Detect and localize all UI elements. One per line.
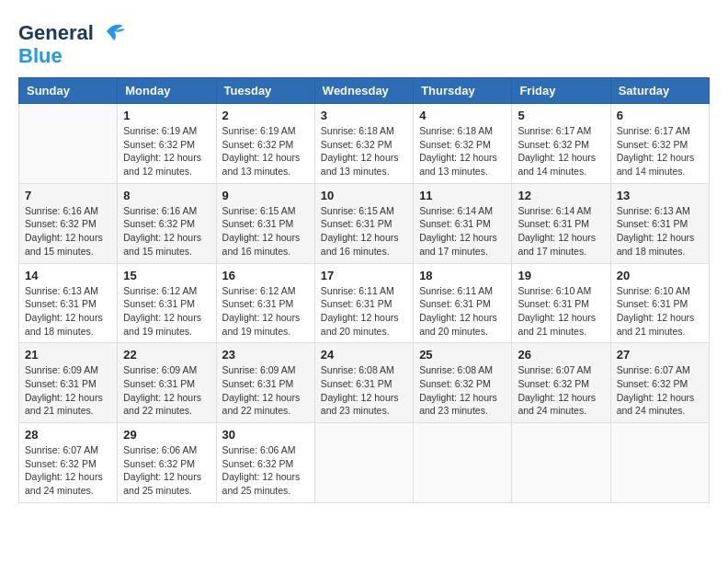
- calendar-header-monday: Monday: [118, 78, 216, 104]
- day-number: 24: [321, 348, 407, 362]
- daylight-text: Daylight: 12 hours and 15 minutes.: [123, 232, 201, 257]
- day-info: Sunrise: 6:10 AM Sunset: 6:31 PM Dayligh…: [518, 284, 604, 339]
- calendar-cell: 29 Sunrise: 6:06 AM Sunset: 6:32 PM Dayl…: [118, 423, 216, 503]
- sunrise-text: Sunrise: 6:08 AM: [321, 364, 394, 375]
- calendar-cell: [512, 423, 610, 503]
- day-info: Sunrise: 6:10 AM Sunset: 6:31 PM Dayligh…: [617, 284, 703, 339]
- daylight-text: Daylight: 12 hours and 17 minutes.: [419, 232, 497, 257]
- sunset-text: Sunset: 6:31 PM: [25, 378, 97, 389]
- sunrise-text: Sunrise: 6:06 AM: [222, 444, 296, 455]
- calendar-cell: 30 Sunrise: 6:06 AM Sunset: 6:32 PM Dayl…: [216, 423, 314, 503]
- sunrise-text: Sunrise: 6:09 AM: [123, 364, 197, 375]
- calendar-cell: [610, 423, 709, 503]
- day-info: Sunrise: 6:13 AM Sunset: 6:31 PM Dayligh…: [617, 204, 703, 259]
- daylight-text: Daylight: 12 hours and 20 minutes.: [419, 312, 497, 337]
- day-number: 11: [419, 189, 506, 202]
- day-number: 16: [222, 269, 309, 282]
- calendar-cell: 24 Sunrise: 6:08 AM Sunset: 6:31 PM Dayl…: [314, 343, 413, 423]
- calendar-cell: 25 Sunrise: 6:08 AM Sunset: 6:32 PM Dayl…: [414, 343, 512, 423]
- sunset-text: Sunset: 6:31 PM: [518, 218, 589, 229]
- day-number: 10: [321, 189, 407, 202]
- daylight-text: Daylight: 12 hours and 17 minutes.: [518, 232, 596, 257]
- daylight-text: Daylight: 12 hours and 13 minutes.: [222, 152, 301, 177]
- day-info: Sunrise: 6:19 AM Sunset: 6:32 PM Dayligh…: [123, 124, 210, 178]
- daylight-text: Daylight: 12 hours and 14 minutes.: [518, 152, 596, 177]
- daylight-text: Daylight: 12 hours and 18 minutes.: [617, 232, 695, 257]
- sunset-text: Sunset: 6:31 PM: [25, 298, 97, 309]
- calendar-cell: 26 Sunrise: 6:07 AM Sunset: 6:32 PM Dayl…: [512, 343, 610, 423]
- calendar-cell: 6 Sunrise: 6:17 AM Sunset: 6:32 PM Dayli…: [610, 104, 709, 184]
- calendar-cell: 13 Sunrise: 6:13 AM Sunset: 6:31 PM Dayl…: [610, 183, 709, 263]
- sunset-text: Sunset: 6:32 PM: [617, 139, 688, 150]
- daylight-text: Daylight: 12 hours and 13 minutes.: [419, 152, 497, 177]
- sunset-text: Sunset: 6:31 PM: [419, 298, 491, 309]
- day-info: Sunrise: 6:16 AM Sunset: 6:32 PM Dayligh…: [123, 204, 210, 259]
- calendar-header-wednesday: Wednesday: [314, 78, 413, 104]
- calendar-cell: 12 Sunrise: 6:14 AM Sunset: 6:31 PM Dayl…: [512, 183, 610, 263]
- daylight-text: Daylight: 12 hours and 23 minutes.: [419, 392, 497, 417]
- sunset-text: Sunset: 6:32 PM: [419, 378, 491, 389]
- sunrise-text: Sunrise: 6:11 AM: [419, 285, 493, 296]
- sunrise-text: Sunrise: 6:15 AM: [321, 205, 394, 216]
- day-number: 14: [25, 269, 111, 282]
- sunrise-text: Sunrise: 6:17 AM: [617, 125, 690, 136]
- sunrise-text: Sunrise: 6:12 AM: [222, 285, 296, 296]
- day-number: 27: [617, 348, 703, 362]
- day-info: Sunrise: 6:14 AM Sunset: 6:31 PM Dayligh…: [518, 204, 604, 259]
- calendar-week-row: 7 Sunrise: 6:16 AM Sunset: 6:32 PM Dayli…: [19, 183, 710, 263]
- sunset-text: Sunset: 6:32 PM: [123, 139, 195, 150]
- sunset-text: Sunset: 6:31 PM: [321, 298, 392, 309]
- daylight-text: Daylight: 12 hours and 21 minutes.: [518, 312, 596, 337]
- day-number: 5: [518, 109, 604, 122]
- sunrise-text: Sunrise: 6:19 AM: [222, 125, 296, 136]
- daylight-text: Daylight: 12 hours and 20 minutes.: [321, 312, 399, 337]
- calendar-header-row: SundayMondayTuesdayWednesdayThursdayFrid…: [19, 78, 710, 104]
- day-number: 18: [419, 269, 506, 282]
- sunset-text: Sunset: 6:31 PM: [321, 378, 392, 389]
- daylight-text: Daylight: 12 hours and 21 minutes.: [25, 392, 103, 417]
- calendar-cell: 15 Sunrise: 6:12 AM Sunset: 6:31 PM Dayl…: [118, 263, 216, 343]
- sunset-text: Sunset: 6:31 PM: [617, 218, 688, 229]
- calendar-header-thursday: Thursday: [414, 78, 512, 104]
- daylight-text: Daylight: 12 hours and 16 minutes.: [222, 232, 301, 257]
- day-info: Sunrise: 6:06 AM Sunset: 6:32 PM Dayligh…: [123, 443, 210, 498]
- sunrise-text: Sunrise: 6:16 AM: [25, 205, 98, 216]
- day-number: 19: [518, 269, 604, 282]
- day-number: 4: [419, 109, 506, 122]
- day-info: Sunrise: 6:09 AM Sunset: 6:31 PM Dayligh…: [222, 363, 309, 418]
- daylight-text: Daylight: 12 hours and 18 minutes.: [25, 312, 103, 337]
- logo: General Blue: [18, 18, 125, 68]
- sunrise-text: Sunrise: 6:09 AM: [25, 364, 98, 375]
- sunrise-text: Sunrise: 6:10 AM: [518, 285, 591, 296]
- sunset-text: Sunset: 6:31 PM: [123, 378, 195, 389]
- calendar-cell: 28 Sunrise: 6:07 AM Sunset: 6:32 PM Dayl…: [19, 423, 118, 503]
- daylight-text: Daylight: 12 hours and 22 minutes.: [222, 392, 301, 417]
- daylight-text: Daylight: 12 hours and 24 minutes.: [518, 392, 596, 417]
- calendar-cell: 9 Sunrise: 6:15 AM Sunset: 6:31 PM Dayli…: [216, 183, 314, 263]
- sunrise-text: Sunrise: 6:18 AM: [321, 125, 394, 136]
- day-number: 28: [25, 428, 111, 442]
- day-info: Sunrise: 6:17 AM Sunset: 6:32 PM Dayligh…: [617, 124, 703, 178]
- calendar-week-row: 1 Sunrise: 6:19 AM Sunset: 6:32 PM Dayli…: [19, 104, 710, 184]
- calendar-cell: 27 Sunrise: 6:07 AM Sunset: 6:32 PM Dayl…: [610, 343, 709, 423]
- sunset-text: Sunset: 6:32 PM: [123, 218, 195, 229]
- day-info: Sunrise: 6:13 AM Sunset: 6:31 PM Dayligh…: [25, 284, 111, 339]
- day-number: 6: [617, 109, 703, 122]
- day-number: 17: [321, 269, 407, 282]
- day-info: Sunrise: 6:07 AM Sunset: 6:32 PM Dayligh…: [25, 443, 111, 498]
- daylight-text: Daylight: 12 hours and 22 minutes.: [123, 392, 201, 417]
- calendar-cell: 16 Sunrise: 6:12 AM Sunset: 6:31 PM Dayl…: [216, 263, 314, 343]
- sunset-text: Sunset: 6:31 PM: [123, 298, 195, 309]
- day-number: 25: [419, 348, 506, 362]
- day-info: Sunrise: 6:08 AM Sunset: 6:32 PM Dayligh…: [419, 363, 506, 418]
- daylight-text: Daylight: 12 hours and 13 minutes.: [321, 152, 399, 177]
- calendar-cell: 22 Sunrise: 6:09 AM Sunset: 6:31 PM Dayl…: [118, 343, 216, 423]
- calendar-header-saturday: Saturday: [610, 78, 709, 104]
- sunset-text: Sunset: 6:32 PM: [123, 458, 195, 469]
- daylight-text: Daylight: 12 hours and 14 minutes.: [617, 152, 695, 177]
- day-info: Sunrise: 6:11 AM Sunset: 6:31 PM Dayligh…: [321, 284, 407, 339]
- day-info: Sunrise: 6:15 AM Sunset: 6:31 PM Dayligh…: [321, 204, 407, 259]
- logo-blue: Blue: [18, 44, 63, 68]
- calendar-cell: 4 Sunrise: 6:18 AM Sunset: 6:32 PM Dayli…: [414, 104, 512, 184]
- day-info: Sunrise: 6:14 AM Sunset: 6:31 PM Dayligh…: [419, 204, 506, 259]
